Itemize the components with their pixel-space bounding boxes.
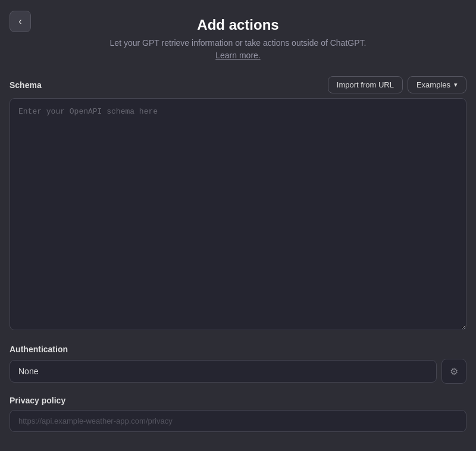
page-title: Add actions: [110, 17, 367, 33]
authentication-section: Authentication ⚙: [10, 344, 466, 384]
main-content: Schema Import from URL Examples ▾ Authen…: [10, 76, 466, 444]
privacy-section: Privacy policy: [10, 396, 466, 432]
examples-button[interactable]: Examples ▾: [408, 76, 466, 93]
authentication-label: Authentication: [10, 344, 68, 354]
schema-section-header: Schema Import from URL Examples ▾: [10, 76, 466, 93]
schema-label: Schema: [10, 80, 42, 90]
learn-more-link[interactable]: Learn more.: [215, 51, 260, 60]
back-button[interactable]: ‹: [10, 11, 31, 32]
gear-button[interactable]: ⚙: [441, 359, 466, 384]
import-from-url-button[interactable]: Import from URL: [328, 76, 403, 93]
examples-label: Examples: [416, 80, 450, 89]
chevron-down-icon: ▾: [454, 81, 458, 89]
back-icon: ‹: [18, 16, 21, 27]
page-wrapper: ‹ Add actions Let your GPT retrieve info…: [0, 0, 476, 451]
schema-section: Schema Import from URL Examples ▾: [10, 76, 466, 333]
page-header: Add actions Let your GPT retrieve inform…: [110, 17, 367, 62]
privacy-policy-input[interactable]: [10, 410, 466, 432]
privacy-section-header: Privacy policy: [10, 396, 466, 405]
schema-actions: Import from URL Examples ▾: [328, 76, 466, 93]
privacy-label: Privacy policy: [10, 396, 65, 405]
gear-icon: ⚙: [450, 366, 458, 377]
page-subtitle: Let your GPT retrieve information or tak…: [110, 37, 367, 49]
schema-textarea[interactable]: [10, 98, 466, 330]
authentication-input[interactable]: [10, 360, 437, 383]
auth-section-header: Authentication: [10, 344, 466, 354]
auth-input-wrapper: ⚙: [10, 359, 466, 384]
